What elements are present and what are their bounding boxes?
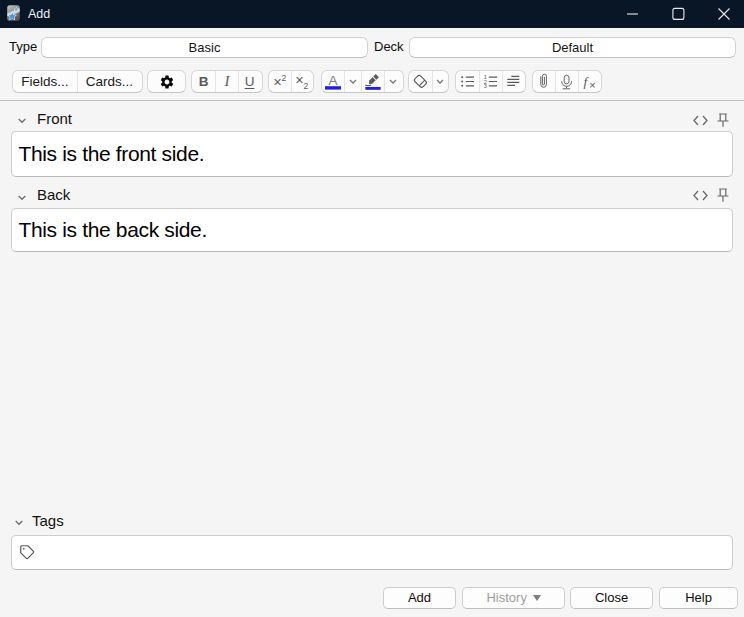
- svg-text:×: ×: [589, 79, 595, 91]
- svg-text:3: 3: [484, 83, 487, 89]
- svg-text:A: A: [328, 73, 337, 88]
